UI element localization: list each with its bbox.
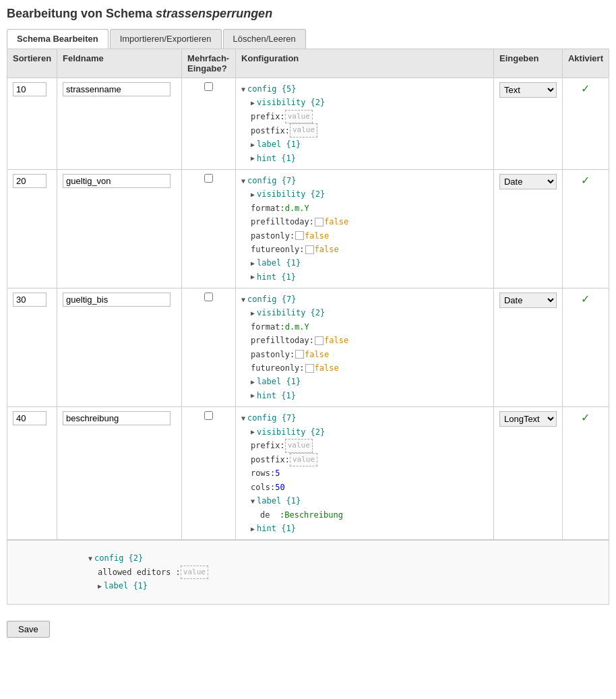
footer-label: ▶ label {1}	[88, 579, 609, 592]
sort-input-1[interactable]	[13, 174, 47, 188]
sort-input-2[interactable]	[13, 293, 47, 307]
table-row: ▼config {5}▶visibility {2}prefix : value…	[7, 78, 609, 170]
config-cell: ▼config {7}▶visibility {2}format : d.m.Y…	[236, 169, 494, 288]
col-header-input: Eingeben	[493, 49, 562, 78]
sort-cell	[7, 169, 57, 288]
table-row: ▼config {7}▶visibility {2}format : d.m.Y…	[7, 169, 609, 288]
footer-config-root: ▼ config {2}	[88, 551, 609, 565]
tab-importieren-exportieren[interactable]: Importieren/Exportieren	[110, 29, 222, 49]
multi-cell	[182, 169, 236, 288]
active-checkmark: ✓	[581, 175, 590, 186]
input-type-select-1[interactable]: Text Date LongText	[499, 174, 557, 189]
active-checkmark: ✓	[581, 412, 590, 423]
tab-schema-bearbeiten[interactable]: Schema Bearbeiten	[7, 29, 109, 49]
fieldname-cell	[57, 407, 182, 540]
sort-cell	[7, 78, 57, 170]
save-section: Save	[7, 613, 609, 638]
multi-checkbox-0[interactable]	[204, 82, 213, 91]
fieldname-input-3[interactable]	[63, 411, 171, 425]
page-title: Bearbeitung von Schema strassensperrunge…	[7, 7, 609, 21]
footer-label-text: label {1}	[104, 579, 148, 592]
footer-config-section: ▼ config {2} allowed editors : value ▶ l…	[7, 540, 609, 604]
col-header-active: Aktiviert	[562, 49, 609, 78]
active-cell: ✓	[562, 407, 609, 540]
footer-config-label: config {2}	[94, 551, 143, 565]
footer-allowed-key: allowed editors :	[98, 566, 181, 579]
tab-bar: Schema Bearbeiten Importieren/Exportiere…	[7, 29, 609, 49]
table-row: ▼config {7}▶visibility {2}prefix : value…	[7, 407, 609, 540]
input-type-cell: Text Date LongText	[493, 78, 562, 170]
save-button[interactable]: Save	[7, 621, 50, 638]
sort-input-0[interactable]	[13, 82, 47, 96]
col-header-config: Konfiguration	[236, 49, 494, 78]
footer-allowed-editors: allowed editors : value	[88, 566, 609, 580]
multi-checkbox-3[interactable]	[204, 411, 213, 420]
active-checkmark: ✓	[581, 83, 590, 94]
tab-loeschen-leeren[interactable]: Löschen/Leeren	[223, 29, 306, 49]
input-type-cell: Text Date LongText	[493, 288, 562, 407]
input-type-select-2[interactable]: Text Date LongText	[499, 293, 557, 308]
fieldname-input-1[interactable]	[63, 174, 171, 188]
fieldname-cell	[57, 288, 182, 407]
table-row: ▼config {7}▶visibility {2}format : d.m.Y…	[7, 288, 609, 407]
multi-cell	[182, 288, 236, 407]
active-cell: ✓	[562, 288, 609, 407]
input-type-cell: Text Date LongText	[493, 407, 562, 540]
footer-config-tree: ▼ config {2} allowed editors : value ▶ l…	[7, 547, 609, 597]
col-header-sort: Sortieren	[7, 49, 57, 78]
col-header-multi: Mehrfach-Eingabe?	[182, 49, 236, 78]
config-cell: ▼config {5}▶visibility {2}prefix : value…	[236, 78, 494, 170]
config-cell: ▼config {7}▶visibility {2}prefix : value…	[236, 407, 494, 540]
sort-input-3[interactable]	[13, 411, 47, 425]
sort-cell	[7, 288, 57, 407]
fieldname-input-0[interactable]	[63, 82, 171, 96]
schema-table: Sortieren Feldname Mehrfach-Eingabe? Kon…	[7, 49, 609, 540]
multi-checkbox-2[interactable]	[204, 293, 213, 301]
active-cell: ✓	[562, 169, 609, 288]
active-cell: ✓	[562, 78, 609, 170]
multi-checkbox-1[interactable]	[204, 174, 213, 183]
footer-label-triangle: ▶	[98, 580, 102, 592]
col-header-fieldname: Feldname	[57, 49, 182, 78]
active-checkmark: ✓	[581, 293, 590, 305]
config-cell: ▼config {7}▶visibility {2}format : d.m.Y…	[236, 288, 494, 407]
input-type-select-3[interactable]: Text Date LongText	[499, 411, 557, 427]
fieldname-cell	[57, 169, 182, 288]
fieldname-cell	[57, 78, 182, 170]
input-type-cell: Text Date LongText	[493, 169, 562, 288]
input-type-select-0[interactable]: Text Date LongText	[499, 82, 557, 98]
fieldname-input-2[interactable]	[63, 293, 171, 307]
footer-triangle: ▼	[88, 553, 92, 564]
multi-cell	[182, 78, 236, 170]
multi-cell	[182, 407, 236, 540]
sort-cell	[7, 407, 57, 540]
footer-allowed-value: value	[181, 566, 208, 580]
